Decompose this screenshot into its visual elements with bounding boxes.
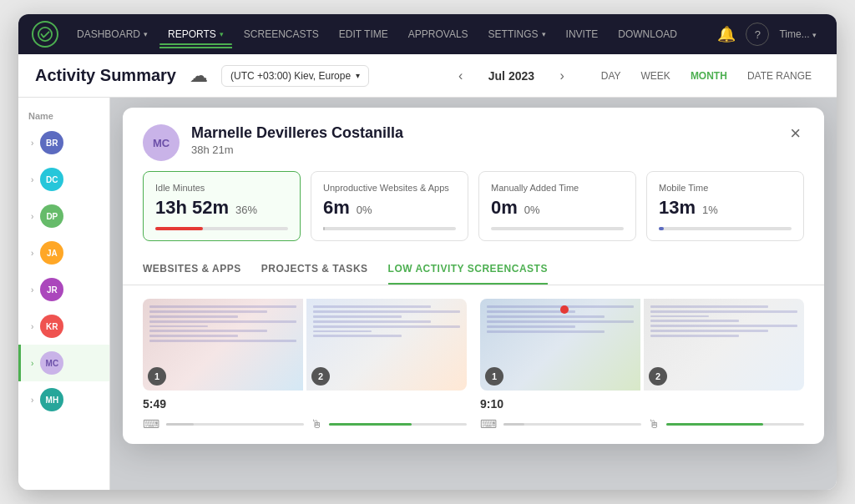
nav-dashboard[interactable]: DASHBOARD ▾ [68,23,156,45]
keyboard-bar-fill [166,423,194,426]
avatar: DC [40,168,63,191]
thumbnail-2-2[interactable]: 2 [644,299,804,391]
thumbnail-2-1[interactable]: 1 [480,299,640,391]
modal-header: MC Marnelle Devilleres Costanilla 38h 21… [123,108,824,171]
avatar: MH [40,388,63,411]
tab-day[interactable]: DAY [593,67,630,85]
screencasts-area: 1 [123,285,824,444]
nav-reports[interactable]: REPORTS ▾ [159,23,232,45]
modal-user-time: 38h 21m [191,144,775,156]
stat-pct: 0% [357,204,372,216]
stat-bar-fill [659,227,664,230]
stat-card-manual: Manually Added Time 0m 0% [478,171,636,241]
stat-card-idle: Idle Minutes 13h 52m 36% [143,171,301,241]
mouse-icon: 🖱 [648,417,660,431]
modal-overlay: MC Marnelle Devilleres Costanilla 38h 21… [110,98,837,490]
stat-value-row: 0m 0% [491,197,624,219]
sidebar-item-mc[interactable]: › MC [18,345,109,381]
screencast-group-1: 1 [143,299,467,431]
svg-point-0 [38,28,52,41]
sidebar-item-kr[interactable]: › KR [18,308,109,345]
thumb-number: 2 [649,367,667,386]
stat-value-row: 13h 52m 36% [155,197,288,219]
tab-low-activity[interactable]: LOW ACTIVITY SCREENCASTS [388,255,548,285]
notification-bell-icon[interactable]: 🔔 [711,22,742,47]
next-date-arrow[interactable]: › [554,65,569,87]
timezone-selector[interactable]: (UTC +03:00) Kiev, Europe ▾ [221,65,369,87]
tab-date-range[interactable]: DATE RANGE [739,67,820,85]
stat-pct: 36% [235,204,257,216]
app-logo[interactable] [32,21,58,48]
thumbnail-1-1[interactable]: 1 [143,299,303,391]
thumb-number: 2 [311,367,330,386]
stat-label: Unproductive Websites & Apps [323,182,456,194]
user-menu[interactable]: Time... ▾ [772,25,823,43]
expand-icon: › [31,139,33,148]
nav-invite[interactable]: INVITE [558,23,607,45]
tab-week[interactable]: WEEK [633,67,679,85]
thumb-number: 1 [485,367,503,386]
sidebar-item-dc[interactable]: › DC [18,161,109,198]
stat-label: Mobile Time [659,182,792,194]
stat-bar [323,227,456,230]
screencast-info-row-2: ⌨ 🖱 [480,417,804,431]
screencast-time-2: 9:10 [480,397,804,411]
tab-websites-apps[interactable]: WEBSITES & APPS [143,255,241,285]
nav-settings[interactable]: SETTINGS ▾ [480,23,554,45]
stat-value: 0m [491,197,518,219]
sidebar-item-jr[interactable]: › JR [18,271,109,308]
mouse-icon: 🖱 [311,417,322,431]
stat-card-mobile: Mobile Time 13m 1% [646,171,804,241]
screencast-thumbnails-1: 1 [143,299,467,391]
prev-date-arrow[interactable]: ‹ [453,65,468,87]
screencast-time-1: 5:49 [143,397,467,411]
sidebar-item-mh[interactable]: › MH [18,381,109,418]
subheader: Activity Summary ☁ (UTC +03:00) Kiev, Eu… [18,54,837,98]
nav-edit-time[interactable]: EDIT TIME [331,23,397,45]
modal-close-button[interactable]: × [787,124,804,143]
avatar: DP [40,204,63,228]
stat-card-unproductive: Unproductive Websites & Apps 6m 0% [311,171,468,241]
modal-user-info: Marnelle Devilleres Costanilla 38h 21m [191,124,775,156]
app-window: DASHBOARD ▾ REPORTS ▾ SCREENCASTS EDIT T… [18,14,837,490]
modal-tabs: WEBSITES & APPS PROJECTS & TASKS LOW ACT… [123,255,824,285]
help-icon[interactable]: ? [746,23,769,46]
stat-bar-fill [323,227,325,230]
keyboard-bar [166,423,304,426]
screencast-thumbnails-2: 1 [480,299,804,391]
date-label: Jul 2023 [478,69,544,83]
expand-icon: › [31,212,33,221]
sidebar-item-dp[interactable]: › DP [18,198,109,234]
sidebar-item-br[interactable]: › BR [18,124,109,161]
stat-bar [659,227,792,230]
nav-screencasts[interactable]: SCREENCASTS [235,23,327,45]
stat-bar [491,227,624,230]
mouse-bar-fill [329,423,412,426]
upload-icon[interactable]: ☁ [186,62,211,90]
tab-month[interactable]: MONTH [682,67,736,85]
tab-projects-tasks[interactable]: PROJECTS & TASKS [261,255,368,285]
stat-pct: 0% [524,204,540,216]
stat-value-row: 6m 0% [323,197,456,219]
nav-download[interactable]: DOWNLOAD [610,23,686,45]
chevron-down-icon: ▾ [356,71,360,80]
stat-pct: 1% [702,204,718,216]
thumb-number: 1 [148,367,166,386]
sidebar: Name › BR › DC › DP › JA › JR › [18,98,110,490]
nav-approvals[interactable]: APPROVALS [400,23,477,45]
modal-avatar: MC [143,124,180,161]
avatar: BR [40,131,63,154]
expand-icon: › [31,322,33,331]
stat-value: 6m [323,197,350,219]
thumbnail-1-2[interactable]: 2 [306,299,467,391]
stat-label: Idle Minutes [155,182,288,194]
view-tabs: DAY WEEK MONTH DATE RANGE [593,67,820,85]
modal-user-name: Marnelle Devilleres Costanilla [191,124,775,142]
stat-label: Manually Added Time [491,182,624,194]
sidebar-item-ja[interactable]: › JA [18,234,109,271]
mouse-bar [329,423,467,426]
navbar: DASHBOARD ▾ REPORTS ▾ SCREENCASTS EDIT T… [18,14,837,54]
expand-icon: › [31,359,33,368]
thumb-lines [313,305,460,337]
avatar: JA [40,241,63,265]
